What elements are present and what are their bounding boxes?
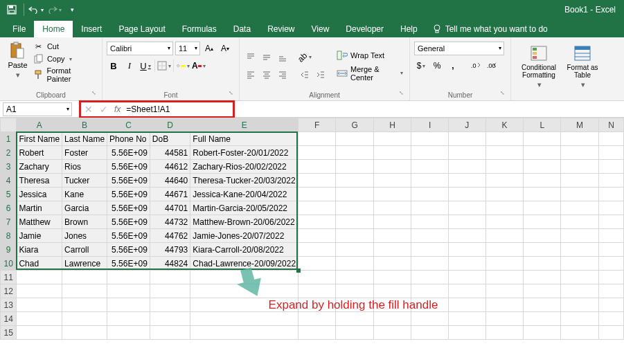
cell[interactable]: Zachary [17, 160, 62, 174]
cell[interactable] [150, 271, 190, 284]
cell[interactable] [107, 326, 150, 340]
tab-review[interactable]: Review [259, 21, 303, 37]
cell[interactable]: Garcia [62, 201, 107, 215]
cell[interactable] [336, 243, 374, 257]
underline-button[interactable]: U▾ [139, 59, 152, 73]
tab-data[interactable]: Data [225, 21, 259, 37]
cell[interactable]: 5.56E+09 [107, 229, 150, 243]
cell[interactable] [561, 298, 599, 312]
cell[interactable] [598, 201, 623, 215]
cell[interactable] [298, 132, 336, 146]
cell[interactable]: 5.56E+09 [107, 215, 150, 229]
qat-customize-icon[interactable]: ▾ [64, 2, 80, 17]
cell[interactable] [598, 284, 623, 298]
row-header[interactable]: 10 [1, 257, 17, 271]
cell[interactable] [373, 215, 411, 229]
cell[interactable] [411, 284, 449, 298]
cell[interactable] [373, 174, 411, 188]
cell[interactable] [298, 271, 336, 284]
dialog-launcher-icon[interactable]: ⤡ [498, 90, 506, 98]
cell[interactable] [524, 201, 561, 215]
cell[interactable]: 5.56E+09 [107, 160, 150, 174]
cell[interactable] [561, 188, 599, 201]
cell[interactable] [373, 271, 411, 284]
cell[interactable]: 44612 [150, 160, 190, 174]
cell[interactable] [150, 298, 190, 312]
cell[interactable] [524, 160, 561, 174]
cell[interactable] [598, 271, 623, 284]
cell[interactable] [190, 326, 298, 340]
cell[interactable] [561, 229, 599, 243]
name-box[interactable]: A1▾ [3, 102, 72, 116]
cell[interactable] [448, 243, 485, 257]
comma-format-button[interactable]: , [446, 59, 460, 73]
number-format-select[interactable]: General▾ [414, 42, 504, 55]
conditional-formatting-button[interactable]: Conditional Formatting▾ [515, 42, 562, 98]
cell[interactable] [298, 312, 336, 326]
cell[interactable] [448, 132, 485, 146]
cell[interactable] [373, 201, 411, 215]
cell[interactable] [485, 174, 523, 188]
tab-page-layout[interactable]: Page Layout [110, 21, 173, 37]
cell[interactable] [485, 326, 523, 340]
cell[interactable]: Robert-Foster-20/01/2022 [190, 146, 298, 160]
column-header[interactable]: B [62, 118, 107, 132]
cell[interactable] [336, 326, 374, 340]
increase-font-button[interactable]: A▴ [202, 42, 216, 55]
cell[interactable]: 44671 [150, 188, 190, 201]
cell[interactable] [561, 215, 599, 229]
cell[interactable] [598, 257, 623, 271]
cell[interactable] [485, 146, 523, 160]
tab-developer[interactable]: Developer [337, 21, 392, 37]
cell[interactable] [336, 160, 374, 174]
cell[interactable]: Jones [62, 229, 107, 243]
column-header[interactable]: G [336, 118, 374, 132]
cell[interactable]: Theresa-Tucker-20/03/2022 [190, 174, 298, 188]
cell[interactable] [336, 284, 374, 298]
cell[interactable] [298, 201, 336, 215]
cell[interactable]: 44640 [150, 174, 190, 188]
tab-file[interactable]: File [4, 21, 34, 37]
cell[interactable]: 5.56E+09 [107, 243, 150, 257]
cell[interactable] [485, 271, 523, 284]
cell[interactable] [448, 312, 485, 326]
cell[interactable] [524, 146, 561, 160]
cell[interactable] [448, 188, 485, 201]
row-header[interactable]: 2 [1, 146, 17, 160]
cell[interactable] [448, 201, 485, 215]
cell[interactable]: Full Name [190, 132, 298, 146]
cell[interactable] [373, 229, 411, 243]
increase-indent-button[interactable] [314, 68, 328, 82]
column-header[interactable]: I [411, 118, 449, 132]
cell[interactable] [373, 132, 411, 146]
tab-insert[interactable]: Insert [73, 21, 110, 37]
cell[interactable] [485, 132, 523, 146]
column-header[interactable]: H [373, 118, 411, 132]
cell[interactable] [373, 188, 411, 201]
cell[interactable] [107, 312, 150, 326]
row-header[interactable]: 15 [1, 326, 17, 340]
tab-help[interactable]: Help [392, 21, 426, 37]
cell[interactable]: Kiara-Carroll-20/08/2022 [190, 243, 298, 257]
cell[interactable] [411, 188, 449, 201]
cell[interactable] [150, 284, 190, 298]
cancel-icon[interactable]: ✕ [81, 102, 96, 116]
borders-button[interactable]: ▾ [157, 59, 171, 73]
cell[interactable]: 44793 [150, 243, 190, 257]
cell[interactable]: 44581 [150, 146, 190, 160]
column-header[interactable]: N [598, 118, 623, 132]
fx-icon[interactable]: fx [114, 104, 121, 114]
font-color-button[interactable]: A▾ [192, 59, 206, 73]
cell[interactable] [411, 146, 449, 160]
cell[interactable]: 5.56E+09 [107, 174, 150, 188]
cell[interactable] [411, 160, 449, 174]
cell[interactable] [336, 229, 374, 243]
dialog-launcher-icon[interactable]: ⤡ [397, 90, 405, 98]
row-header[interactable]: 12 [1, 284, 17, 298]
cell[interactable]: Zachary-Rios-20/02/2022 [190, 160, 298, 174]
cell[interactable] [411, 132, 449, 146]
cell[interactable] [298, 284, 336, 298]
cell[interactable] [107, 271, 150, 284]
cell[interactable] [448, 326, 485, 340]
percent-format-button[interactable]: % [430, 59, 444, 73]
